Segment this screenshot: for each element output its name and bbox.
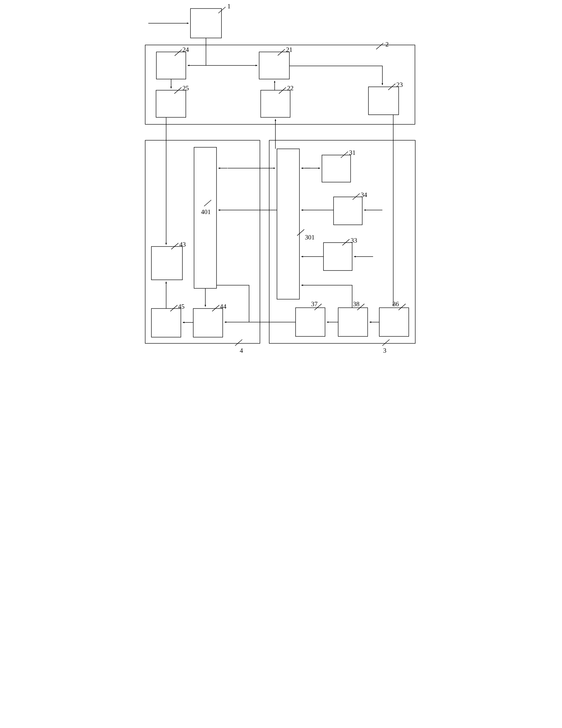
- tick-1: [218, 7, 225, 13]
- block-21: [259, 52, 289, 79]
- block-33: [323, 243, 352, 270]
- tick-45: [170, 305, 177, 311]
- block-22: [261, 90, 290, 117]
- block-34: [333, 197, 362, 225]
- block-45: [151, 309, 181, 337]
- tick-301: [297, 230, 304, 236]
- label-2: 2: [386, 41, 389, 48]
- tick-36: [399, 304, 406, 310]
- label-401: 401: [201, 208, 211, 216]
- tick-25: [174, 87, 181, 94]
- label-22: 22: [287, 84, 293, 92]
- label-1: 1: [227, 2, 231, 10]
- label-21: 21: [286, 46, 292, 53]
- tick-4: [235, 340, 242, 346]
- label-43: 43: [179, 241, 186, 248]
- block-diagram: 1 2 24 21 25 22 23 4 401 43: [141, 0, 421, 364]
- tick-21: [278, 49, 285, 56]
- tick-31: [341, 152, 348, 158]
- label-45: 45: [178, 303, 185, 310]
- label-38: 38: [353, 300, 359, 308]
- tick-401: [204, 200, 211, 206]
- label-23: 23: [396, 81, 403, 88]
- tick-24: [175, 50, 182, 56]
- tick-3: [382, 340, 390, 346]
- block-44: [193, 309, 223, 337]
- block-36: [379, 308, 409, 336]
- block-31: [322, 155, 350, 182]
- label-44: 44: [220, 303, 226, 310]
- tick-2: [376, 43, 383, 49]
- label-37: 37: [311, 300, 318, 308]
- block-301: [277, 149, 299, 299]
- label-25: 25: [182, 84, 189, 92]
- tick-22: [279, 87, 286, 94]
- arrow-21-23: [289, 66, 382, 85]
- label-301: 301: [305, 234, 314, 241]
- block-24: [156, 52, 186, 79]
- arrow-38-301: [301, 285, 352, 308]
- block-23: [368, 87, 399, 115]
- label-31: 31: [349, 149, 355, 156]
- block-37: [296, 308, 325, 336]
- label-34: 34: [361, 191, 367, 199]
- block-43: [151, 247, 182, 280]
- tick-43: [171, 243, 178, 249]
- block-25: [156, 90, 186, 117]
- label-4: 4: [240, 347, 243, 354]
- label-3: 3: [383, 347, 386, 354]
- container-4: [145, 140, 260, 343]
- tick-44: [212, 305, 219, 311]
- block-1: [190, 8, 221, 38]
- tick-33: [342, 239, 350, 245]
- label-33: 33: [350, 237, 357, 244]
- tick-34: [353, 194, 360, 200]
- label-24: 24: [182, 46, 189, 53]
- block-38: [338, 308, 368, 336]
- block-401: [194, 147, 216, 288]
